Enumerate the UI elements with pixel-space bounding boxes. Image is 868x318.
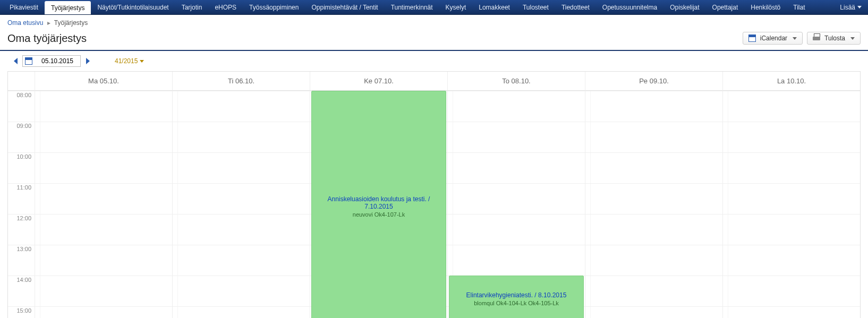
nav-item-n-yt-t-tutkintotilaisuudet[interactable]: Näytöt/Tutkintotilaisuudet <box>91 0 175 14</box>
calendar-icon <box>25 57 32 65</box>
day-header: To 08.10. <box>447 72 585 91</box>
breadcrumb-current: Työjärjestys <box>54 19 88 27</box>
hour-label: 12:00 <box>16 215 31 221</box>
day-header: La 10.10. <box>722 72 860 91</box>
day-header: Ti 06.10. <box>172 72 310 91</box>
nav-item-kyselyt[interactable]: Kyselyt <box>439 0 473 14</box>
day-header: Ma 05.10. <box>35 72 172 91</box>
date-control-row: 41/2015 <box>0 51 868 71</box>
icalendar-label: iCalendar <box>760 35 787 42</box>
print-button[interactable]: Tulosta <box>807 32 861 45</box>
hour-label: 14:00 <box>16 277 31 283</box>
event-title[interactable]: Anniskeluasioiden koulutus ja testi. / 7… <box>315 195 442 210</box>
icalendar-button[interactable]: iCalendar <box>743 32 803 45</box>
chevron-down-icon <box>850 37 855 40</box>
date-input[interactable] <box>35 56 80 66</box>
next-week-button[interactable] <box>84 57 91 65</box>
nav-item-tulosteet[interactable]: Tulosteet <box>516 0 555 14</box>
triangle-left-icon <box>14 58 18 64</box>
day-column[interactable] <box>35 91 172 318</box>
day-column[interactable]: Elintarvikehygieniatesti. / 8.10.2015blo… <box>447 91 585 318</box>
day-column[interactable]: Anniskeluasioiden koulutus ja testi. / 7… <box>310 91 447 318</box>
hour-label: 08:00 <box>16 92 31 98</box>
nav-item-ty-ss-oppiminen[interactable]: Työssäoppiminen <box>243 0 305 14</box>
calendar: Ma 05.10.Ti 06.10.Ke 07.10.To 08.10.Pe 0… <box>0 71 868 318</box>
nav-item-henkil-st-[interactable]: Henkilöstö <box>744 0 787 14</box>
nav-item-tuntimerkinn-t[interactable]: Tuntimerkinnät <box>385 0 439 14</box>
day-header: Pe 09.10. <box>585 72 722 91</box>
nav-item-pikaviestit[interactable]: Pikaviestit <box>3 0 45 14</box>
day-column[interactable] <box>585 91 722 318</box>
nav-item-opettajat[interactable]: Opettajat <box>706 0 745 14</box>
prev-week-button[interactable] <box>12 57 19 65</box>
hour-label: 10:00 <box>16 153 31 160</box>
calendar-icon <box>748 35 756 42</box>
day-column[interactable] <box>722 91 860 318</box>
day-column[interactable] <box>172 91 310 318</box>
nav-item-tilat[interactable]: Tilat <box>787 0 811 14</box>
page-title: Oma työjärjestys <box>7 32 738 45</box>
top-nav: PikaviestitTyöjärjestysNäytöt/Tutkintoti… <box>0 0 868 15</box>
nav-item-ty-j-rjestys[interactable]: Työjärjestys <box>45 1 91 14</box>
nav-more[interactable]: Lisää <box>833 0 868 14</box>
title-bar: Oma työjärjestys iCalendar Tulosta <box>0 31 868 51</box>
nav-item-opiskelijat[interactable]: Opiskelijat <box>663 0 705 14</box>
hour-label: 11:00 <box>16 184 31 191</box>
breadcrumb-separator: ▸ <box>47 19 50 27</box>
week-selector[interactable]: 41/2015 <box>115 57 144 65</box>
calendar-event[interactable]: Anniskeluasioiden koulutus ja testi. / 7… <box>311 91 446 318</box>
nav-item-tarjotin[interactable]: Tarjotin <box>175 0 209 14</box>
day-header: Ke 07.10. <box>310 72 447 91</box>
print-icon <box>813 35 820 41</box>
nav-item-oppimisteht-v-t-tentit[interactable]: Oppimistehtävät / Tentit <box>305 0 384 14</box>
print-label: Tulosta <box>824 35 845 42</box>
breadcrumb-root[interactable]: Oma etusivu <box>7 19 43 27</box>
week-label-text: 41/2015 <box>115 57 138 65</box>
breadcrumb: Oma etusivu ▸ Työjärjestys <box>0 15 868 31</box>
calendar-event[interactable]: Elintarvikehygieniatesti. / 8.10.2015blo… <box>449 276 584 318</box>
date-picker[interactable] <box>22 55 81 67</box>
chevron-down-icon <box>140 60 144 63</box>
hour-label: 13:00 <box>16 246 31 252</box>
nav-item-opetussuunnitelma[interactable]: Opetussuunnitelma <box>596 0 663 14</box>
hour-label: 09:00 <box>16 123 31 129</box>
triangle-right-icon <box>86 58 90 64</box>
chevron-down-icon <box>793 37 797 40</box>
nav-item-tiedotteet[interactable]: Tiedotteet <box>555 0 596 14</box>
time-column: 08:0009:0010:0011:0012:0013:0014:0015:00 <box>8 91 35 318</box>
nav-more-label: Lisää <box>840 0 855 15</box>
hour-label: 15:00 <box>16 307 31 314</box>
event-subtext: neuvovi Ok4-107-Lk <box>315 211 442 218</box>
event-title[interactable]: Elintarvikehygieniatesti. / 8.10.2015 <box>453 291 580 299</box>
nav-item-lomakkeet[interactable]: Lomakkeet <box>472 0 516 14</box>
chevron-down-icon <box>857 6 862 8</box>
event-subtext: blomqul Ok4-104-Lk Ok4-105-Lk <box>453 300 580 306</box>
nav-item-ehops[interactable]: eHOPS <box>208 0 243 14</box>
